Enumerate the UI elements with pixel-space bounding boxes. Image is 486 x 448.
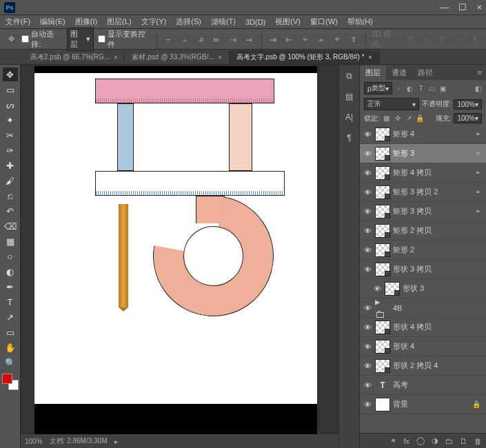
filter-adjust-icon[interactable]: ◐ <box>406 84 414 92</box>
layer-row[interactable]: 👁背景🔒 <box>360 395 486 414</box>
document-tab[interactable]: 高考2.psb @ 66.7%(RG...× <box>23 50 125 64</box>
color-swatches[interactable] <box>2 374 19 390</box>
tab-channels[interactable]: 通道 <box>386 65 412 80</box>
filter-text-icon[interactable]: T <box>417 84 425 92</box>
blend-mode-dropdown[interactable]: 正常▾ <box>364 98 419 110</box>
visibility-toggle-icon[interactable]: 👁 <box>363 246 372 254</box>
character-panel-icon[interactable]: A| <box>343 110 356 124</box>
visibility-toggle-icon[interactable]: 👁 <box>363 150 372 158</box>
visibility-toggle-icon[interactable]: 👁 <box>363 381 372 389</box>
eraser-tool[interactable]: ⌫ <box>3 219 18 233</box>
foreground-swatch[interactable] <box>2 374 12 384</box>
shape-tool[interactable]: ▭ <box>3 325 18 339</box>
distribute-4-icon[interactable]: ⫨ <box>316 33 327 45</box>
text-tool[interactable]: T <box>3 295 18 309</box>
canvas-area[interactable]: 100% 文档: 2.86M/3.30M ▸ <box>21 65 338 448</box>
document-canvas[interactable] <box>34 66 317 448</box>
paragraph-panel-icon[interactable]: ¶ <box>343 131 356 145</box>
hand-tool[interactable]: ✋ <box>3 340 18 354</box>
align-right-icon[interactable]: ⫡ <box>195 33 207 45</box>
link-layers-icon[interactable]: ⚭ <box>390 436 396 445</box>
status-arrow-icon[interactable]: ▸ <box>114 438 118 445</box>
tab-paths[interactable]: 路径 <box>412 65 438 80</box>
panel-menu-icon[interactable]: ≡ <box>474 68 486 77</box>
lock-position-icon[interactable]: ✜ <box>394 114 402 123</box>
doc-info[interactable]: 文档: 2.86M/3.30M <box>50 436 108 446</box>
menu-file[interactable]: 文件(F) <box>3 15 33 28</box>
layer-row[interactable]: 👁形状 4 <box>360 337 486 356</box>
wand-tool[interactable]: ✦ <box>3 113 18 127</box>
layer-row[interactable]: 👁矩形 3 拷贝⚭ <box>360 202 486 221</box>
window-maximize[interactable]: ☐ <box>458 2 467 12</box>
distribute-v-icon[interactable]: ⫦ <box>283 33 295 45</box>
distribute-h-icon[interactable]: ⫥ <box>267 33 279 45</box>
layer-kind-dropdown[interactable]: ρ 类型▾ <box>364 82 392 94</box>
lasso-tool[interactable]: ᔕ <box>3 98 18 112</box>
tab-close-icon[interactable]: × <box>219 54 222 61</box>
filter-toggle-icon[interactable]: ◧ <box>474 84 482 92</box>
layer-row[interactable]: 👁矩形 4 拷贝⚭ <box>360 163 486 183</box>
brush-tool[interactable]: 🖌 <box>3 174 18 187</box>
menu-edit[interactable]: 编辑(E) <box>37 15 68 28</box>
document-tab[interactable]: 高考文字.psb @ 100% (矩形 3, RGB/8#) *× <box>230 50 380 64</box>
layer-row[interactable]: 👁T高考 <box>360 376 486 395</box>
menu-image[interactable]: 图像(I) <box>72 15 100 28</box>
align-top-icon[interactable]: ⫢ <box>211 33 223 45</box>
shape-white-ruler[interactable] <box>95 171 285 196</box>
dodge-tool[interactable]: ◐ <box>3 265 18 278</box>
autoselect-checkbox[interactable] <box>21 35 29 43</box>
lock-all-icon[interactable]: 🔒 <box>416 114 424 123</box>
fill-field[interactable]: 100%▾ <box>454 113 482 123</box>
layer-list[interactable]: 👁矩形 4⚭👁矩形 3⚭👁矩形 4 拷贝⚭👁矩形 3 拷贝 2⚭👁矩形 3 拷贝… <box>360 125 486 433</box>
visibility-toggle-icon[interactable]: 👁 <box>363 400 372 409</box>
align-bottom-icon[interactable]: ⫤ <box>243 33 255 45</box>
layer-row[interactable]: 👁形状 4 拷贝 <box>360 318 486 337</box>
window-close[interactable]: × <box>476 2 482 12</box>
layer-row[interactable]: 👁形状 2 拷贝 4 <box>360 356 486 376</box>
crop-tool[interactable]: ✂ <box>3 128 18 142</box>
visibility-toggle-icon[interactable]: 👁 <box>363 362 372 370</box>
shape-blue-bar[interactable] <box>117 103 134 171</box>
visibility-toggle-icon[interactable]: 👁 <box>363 207 372 216</box>
visibility-toggle-icon[interactable]: 👁 <box>363 130 372 139</box>
stamp-tool[interactable]: ⎌ <box>3 189 18 203</box>
zoom-level[interactable]: 100% <box>25 438 43 445</box>
layer-row[interactable]: 👁矩形 2 拷贝 <box>360 221 486 241</box>
layer-row[interactable]: 👁▸🗀4B <box>360 298 486 318</box>
menu-3d[interactable]: 3D(D) <box>243 17 268 28</box>
distribute-3-icon[interactable]: ⫧ <box>299 33 311 45</box>
layer-row[interactable]: 👁矩形 2 <box>360 241 486 260</box>
visibility-toggle-icon[interactable]: 👁 <box>363 343 372 351</box>
showtransform-checkbox[interactable] <box>98 35 105 43</box>
layer-row[interactable]: 👁矩形 3 拷贝 2⚭ <box>360 183 486 202</box>
menu-layer[interactable]: 图层(L) <box>104 15 134 28</box>
adjustment-layer-icon[interactable]: ◑ <box>432 436 438 445</box>
menu-view[interactable]: 视图(V) <box>272 15 303 28</box>
heal-tool[interactable]: ✚ <box>3 159 18 172</box>
shape-peach-bar[interactable] <box>229 103 252 171</box>
blur-tool[interactable]: ○ <box>3 250 18 263</box>
layer-fx-icon[interactable]: fx <box>403 437 409 445</box>
layer-row[interactable]: 👁矩形 4⚭ <box>360 125 486 144</box>
shape-pink-ruler[interactable] <box>95 79 274 103</box>
layer-row[interactable]: 👁形状 3 拷贝 <box>360 260 486 279</box>
filter-smart-icon[interactable]: ▣ <box>439 84 447 92</box>
visibility-toggle-icon[interactable]: 👁 <box>363 169 372 177</box>
zoom-tool[interactable]: 🔍 <box>3 356 18 369</box>
tab-close-icon[interactable]: × <box>369 54 372 61</box>
visibility-toggle-icon[interactable]: 👁 <box>363 188 372 196</box>
align-left-icon[interactable]: ⫟ <box>163 33 174 45</box>
filter-shape-icon[interactable]: ▭ <box>428 84 436 92</box>
shape-pencil[interactable] <box>119 204 128 307</box>
lock-pixels-icon[interactable]: ▦ <box>383 114 391 123</box>
document-tab[interactable]: 素材.psd @ 33.3%(RGB/...× <box>125 50 229 64</box>
visibility-toggle-icon[interactable]: 👁 <box>363 265 372 274</box>
visibility-toggle-icon[interactable]: 👁 <box>363 304 372 312</box>
visibility-toggle-icon[interactable]: 👁 <box>372 285 382 293</box>
opacity-field[interactable]: 100%▾ <box>454 99 482 110</box>
delete-layer-icon[interactable]: 🗑 <box>474 437 482 445</box>
visibility-toggle-icon[interactable]: 👁 <box>363 227 372 235</box>
layer-row[interactable]: 👁矩形 3⚭ <box>360 144 486 163</box>
tab-close-icon[interactable]: × <box>114 54 117 61</box>
swatches-panel-icon[interactable]: ▤ <box>343 90 356 103</box>
